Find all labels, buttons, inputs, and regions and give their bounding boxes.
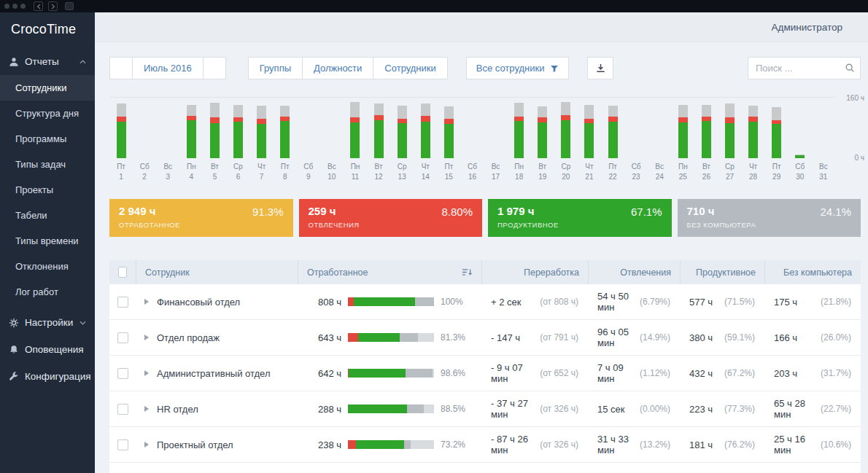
chart-day-column[interactable]: Сб30 [788, 97, 812, 181]
window-control-icon[interactable] [20, 4, 26, 9]
row-checkbox-cell [109, 368, 136, 379]
chart-day-column[interactable]: Ср6 [226, 97, 249, 181]
expand-icon[interactable] [144, 442, 149, 447]
browser-tab[interactable] [65, 2, 74, 10]
chart-day-column[interactable]: Чт21 [578, 97, 601, 181]
chart-day-column[interactable]: Ср13 [390, 97, 414, 181]
view-button[interactable]: Должности [303, 57, 373, 79]
sidebar-section-reports[interactable]: Отчеты [0, 48, 95, 75]
sidebar-item[interactable]: Типы задач [0, 152, 95, 177]
nav-forward-button[interactable] [48, 1, 58, 11]
chart-day-column[interactable]: Пт1 [109, 97, 133, 181]
chart-day-column[interactable]: Вт26 [694, 97, 718, 181]
summary-card[interactable]: 710 ч24.1%БЕЗ КОМПЬЮТЕРА [678, 199, 861, 237]
chart-day-column[interactable]: Пт29 [765, 97, 788, 181]
chart-day-column[interactable]: Пт22 [601, 97, 624, 181]
expand-icon[interactable] [144, 335, 149, 340]
sidebar-item[interactable]: Программы [0, 126, 95, 152]
column-header-distractions[interactable]: Отвлечения [588, 260, 680, 284]
chart-day-column[interactable]: Вт12 [367, 97, 390, 181]
expand-icon[interactable] [144, 406, 149, 412]
column-header-overtime[interactable]: Переработка [481, 260, 588, 284]
sidebar-item[interactable]: Лог работ [0, 279, 95, 305]
worked-hours: 642 ч [305, 368, 341, 379]
sidebar-item[interactable]: Проекты [0, 177, 95, 203]
window-control-icon[interactable] [4, 4, 9, 9]
employee-cell: Финансовый отдел [136, 297, 298, 308]
sidebar-item[interactable]: Табели [0, 203, 95, 228]
view-button[interactable]: Группы [248, 57, 303, 79]
chart-day-column[interactable]: Чт28 [742, 97, 765, 181]
filter-icon [550, 64, 559, 73]
column-header-no-computer[interactable]: Без компьютера [764, 260, 861, 284]
sidebar-section-configuration[interactable]: Конфигурация [0, 363, 95, 390]
chart-day-column[interactable]: Вт5 [203, 97, 226, 181]
column-header-productive[interactable]: Продуктивное [680, 260, 764, 284]
stacked-bar [538, 97, 547, 158]
download-button[interactable] [587, 57, 613, 79]
employee-filter-dropdown[interactable]: Все сотрудники [466, 57, 570, 79]
worked-bar [348, 404, 434, 413]
sidebar-section-settings[interactable]: Настройки [0, 309, 95, 336]
chart-day-column[interactable]: Сб23 [624, 97, 648, 181]
row-checkbox[interactable] [117, 368, 128, 379]
column-header-worked[interactable]: Отработанное [298, 260, 481, 284]
table-row[interactable]: Проектный отдел238 ч73.2%- 87 ч 26 мин(о… [109, 427, 861, 463]
chart-day-column[interactable]: Сб9 [297, 97, 320, 181]
row-checkbox[interactable] [117, 297, 128, 308]
period-label[interactable]: Июль 2016 [133, 57, 204, 79]
view-button[interactable]: Сотрудники [373, 57, 447, 79]
expand-icon[interactable] [144, 299, 149, 305]
table-row[interactable]: Административный отдел642 ч98.6%- 9 ч 07… [109, 356, 861, 391]
window-control-icon[interactable] [12, 4, 18, 9]
stacked-bar [117, 97, 126, 158]
chart-day-column[interactable]: Пн4 [179, 97, 203, 181]
sort-icon[interactable] [462, 268, 473, 276]
employee-filter-label: Все сотрудники [476, 63, 545, 74]
chart-day-label: Вс31 [819, 162, 828, 181]
chart-day-column[interactable]: Сб2 [133, 97, 156, 181]
chart-day-column[interactable]: Пн11 [344, 97, 367, 181]
chart-day-column[interactable]: Вс3 [156, 97, 179, 181]
chart-gridline [109, 97, 835, 98]
chart-day-column[interactable]: Пн18 [508, 97, 531, 181]
sidebar-item[interactable]: Сотрудники [0, 75, 95, 101]
user-menu[interactable]: Администратор [772, 22, 853, 33]
row-checkbox[interactable] [117, 439, 128, 450]
chart-day-column[interactable]: Вт19 [531, 97, 554, 181]
expand-icon[interactable] [144, 370, 149, 376]
chart-day-column[interactable]: Ср27 [718, 97, 741, 181]
sidebar-item[interactable]: Структура дня [0, 101, 95, 126]
select-all-checkbox[interactable] [118, 267, 127, 278]
table-filler [109, 463, 861, 473]
chart-day-column[interactable]: Пт8 [274, 97, 297, 181]
summary-card[interactable]: 259 ч8.80%ОТВЛЕЧЕНИЯ [299, 199, 483, 237]
chart-day-column[interactable]: Вс24 [648, 97, 671, 181]
column-header-employee[interactable]: Сотрудник [136, 260, 298, 284]
sidebar-item[interactable]: Отклонения [0, 254, 95, 279]
chart-day-column[interactable]: Чт7 [250, 97, 274, 181]
next-month-button[interactable] [204, 57, 226, 79]
worked-percent: 98.6% [441, 368, 465, 378]
chart-day-column[interactable]: Вс10 [320, 97, 344, 181]
sidebar-item[interactable]: Типы времени [0, 228, 95, 254]
search-input[interactable] [748, 57, 861, 79]
row-checkbox[interactable] [117, 404, 128, 415]
nav-back-button[interactable] [34, 1, 43, 11]
summary-card[interactable]: 1 979 ч67.1%ПРОДУКТИВНОЕ [488, 199, 672, 237]
chart-day-column[interactable]: Вс31 [812, 97, 835, 181]
chart-day-column[interactable]: Ср20 [554, 97, 578, 181]
table-row[interactable]: Финансовый отдел808 ч100%+ 2 сек(от 808 … [109, 284, 861, 320]
summary-card[interactable]: 2 949 ч91.3%ОТРАБОТАННОЕ [109, 199, 293, 237]
chart-day-column[interactable]: Пн25 [671, 97, 694, 181]
stacked-bar [257, 97, 266, 158]
chart-day-column[interactable]: Вс17 [484, 97, 508, 181]
row-checkbox[interactable] [117, 332, 128, 343]
chart-day-column[interactable]: Сб16 [460, 97, 484, 181]
chart-day-column[interactable]: Чт14 [414, 97, 437, 181]
table-row[interactable]: HR отдел288 ч88.5%- 37 ч 27 мин(от 326 ч… [109, 391, 861, 427]
chart-day-column[interactable]: Пт15 [437, 97, 460, 181]
prev-month-button[interactable] [109, 57, 133, 79]
sidebar-section-notifications[interactable]: Оповещения [0, 336, 95, 363]
table-row[interactable]: Отдел продаж643 ч81.3%- 147 ч(от 791 ч)9… [109, 320, 861, 356]
